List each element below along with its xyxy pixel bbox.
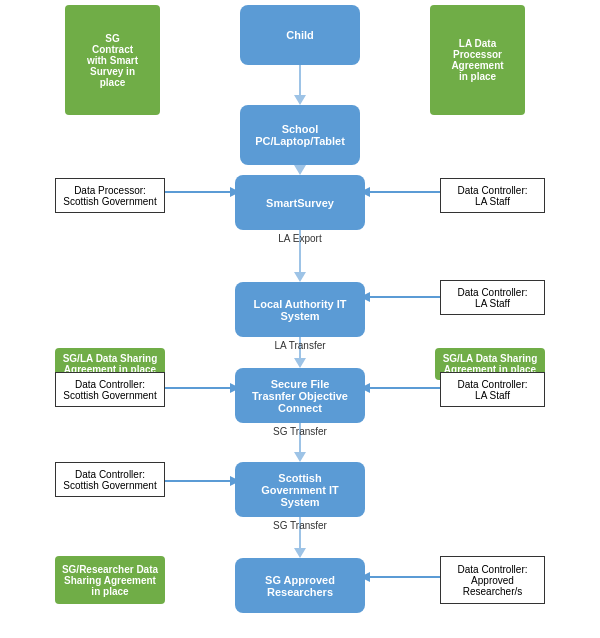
la-data-box: LA Data Processor Agreement in place (430, 5, 525, 115)
dc-sg1-label: Data Controller: Scottish Government (63, 379, 156, 401)
sg-researchers-label: SG Approved Researchers (265, 574, 335, 598)
sg-system-label: Scottish Government IT System (261, 472, 339, 508)
dc-la2-box: Data Controller: LA Staff (440, 280, 545, 315)
sg-researcher-box: SG/Researcher Data Sharing Agreement in … (55, 556, 165, 604)
dc-la3-label: Data Controller: LA Staff (457, 379, 527, 401)
svg-marker-7 (294, 358, 306, 368)
svg-marker-3 (294, 165, 306, 175)
diagram: Child School PC/Laptop/Tablet SG Contrac… (0, 0, 600, 638)
la-data-label: LA Data Processor Agreement in place (451, 38, 503, 82)
school-label: School PC/Laptop/Tablet (255, 123, 345, 147)
secure-file-label: Secure File Trasnfer Objective Connect (252, 378, 348, 414)
svg-marker-5 (294, 272, 306, 282)
svg-marker-11 (294, 548, 306, 558)
school-box: School PC/Laptop/Tablet (240, 105, 360, 165)
smartsurvey-box: SmartSurvey (235, 175, 365, 230)
dc-researcher-label: Data Controller: Approved Researcher/s (457, 564, 527, 597)
dc-researcher-box: Data Controller: Approved Researcher/s (440, 556, 545, 604)
dp-sg-label: Data Processor: Scottish Government (63, 185, 156, 207)
dc-sg1-box: Data Controller: Scottish Government (55, 372, 165, 407)
sg-researcher-label: SG/Researcher Data Sharing Agreement in … (62, 564, 158, 597)
la-system-box: Local Authority IT System (235, 282, 365, 337)
sg-researchers-box: SG Approved Researchers (235, 558, 365, 613)
dp-sg-box: Data Processor: Scottish Government (55, 178, 165, 213)
dc-la3-box: Data Controller: LA Staff (440, 372, 545, 407)
svg-marker-1 (294, 95, 306, 105)
child-label: Child (286, 29, 314, 41)
smartsurvey-label: SmartSurvey (266, 197, 334, 209)
dc-la1-box: Data Controller: LA Staff (440, 178, 545, 213)
la-export-label: LA Export (255, 233, 345, 244)
dc-la1-label: Data Controller: LA Staff (457, 185, 527, 207)
sg-contract-label: SG Contract with Smart Survey in place (87, 33, 138, 88)
la-system-label: Local Authority IT System (253, 298, 346, 322)
dc-sg2-label: Data Controller: Scottish Government (63, 469, 156, 491)
dc-la2-label: Data Controller: LA Staff (457, 287, 527, 309)
dc-sg2-box: Data Controller: Scottish Government (55, 462, 165, 497)
sg-contract-box: SG Contract with Smart Survey in place (65, 5, 160, 115)
svg-marker-9 (294, 452, 306, 462)
sg-transfer2-label: SG Transfer (255, 520, 345, 531)
secure-file-box: Secure File Trasnfer Objective Connect (235, 368, 365, 423)
child-box: Child (240, 5, 360, 65)
la-transfer-label: LA Transfer (255, 340, 345, 351)
sg-transfer1-label: SG Transfer (255, 426, 345, 437)
sg-system-box: Scottish Government IT System (235, 462, 365, 517)
